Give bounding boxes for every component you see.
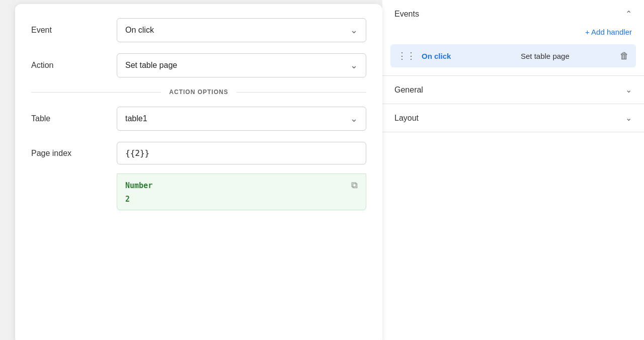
layout-section-title: Layout [394, 114, 419, 123]
action-options-divider: ACTION OPTIONS [31, 89, 366, 96]
table-select[interactable]: table1 ⌄ [117, 107, 366, 131]
autocomplete-dropdown: Number ⧉ 2 [117, 174, 366, 210]
layout-section: Layout ⌄ [382, 104, 644, 132]
autocomplete-value: 2 [125, 195, 358, 204]
action-select-value: Set table page [125, 61, 177, 70]
event-select-value: On click [125, 26, 154, 35]
general-section-header[interactable]: General ⌄ [382, 76, 644, 104]
chevron-down-icon-general: ⌄ [625, 85, 632, 95]
action-label: Action [31, 61, 117, 70]
left-panel: Event On click ⌄ Action Set table page ⌄… [15, 4, 382, 340]
events-section-title: Events [394, 10, 419, 19]
events-section: Events ⌃ + Add handler ⋮⋮ On click Set t… [382, 0, 644, 76]
table-select-value: table1 [125, 114, 147, 123]
delete-handler-icon[interactable]: 🗑 [620, 51, 629, 61]
chevron-down-icon-3: ⌄ [350, 113, 358, 124]
event-row: Event On click ⌄ [31, 18, 366, 42]
chevron-down-icon: ⌄ [350, 25, 358, 36]
event-select[interactable]: On click ⌄ [117, 18, 366, 42]
chevron-down-icon-layout: ⌄ [625, 113, 632, 123]
add-handler-button[interactable]: + Add handler [585, 28, 632, 36]
chevron-down-icon-2: ⌄ [350, 60, 358, 71]
page-index-label: Page index [31, 149, 117, 158]
drag-handle-icon[interactable]: ⋮⋮ [397, 50, 416, 61]
copy-icon[interactable]: ⧉ [351, 180, 358, 191]
action-row: Action Set table page ⌄ [31, 53, 366, 77]
chevron-up-icon: ⌃ [625, 9, 632, 19]
action-select[interactable]: Set table page ⌄ [117, 53, 366, 77]
layout-section-header[interactable]: Layout ⌄ [382, 104, 644, 132]
handler-action-label: Set table page [521, 52, 620, 60]
table-label: Table [31, 114, 117, 123]
right-panel: Events ⌃ + Add handler ⋮⋮ On click Set t… [382, 0, 644, 340]
event-label: Event [31, 26, 117, 35]
autocomplete-type-label: Number [125, 181, 152, 190]
events-section-header[interactable]: Events ⌃ [382, 0, 644, 28]
general-section: General ⌄ [382, 76, 644, 104]
handler-event-label: On click [422, 52, 521, 60]
general-section-title: General [394, 86, 423, 95]
autocomplete-type-row: Number ⧉ [125, 180, 358, 191]
action-options-label: ACTION OPTIONS [161, 89, 236, 96]
add-handler-container: + Add handler [382, 28, 644, 44]
page-index-input[interactable] [117, 142, 366, 164]
table-row: Table table1 ⌄ [31, 107, 366, 131]
divider-line-left [31, 92, 161, 93]
divider-line-right [236, 92, 366, 93]
handler-row[interactable]: ⋮⋮ On click Set table page 🗑 [390, 44, 636, 67]
page-index-row: Page index [31, 142, 366, 164]
